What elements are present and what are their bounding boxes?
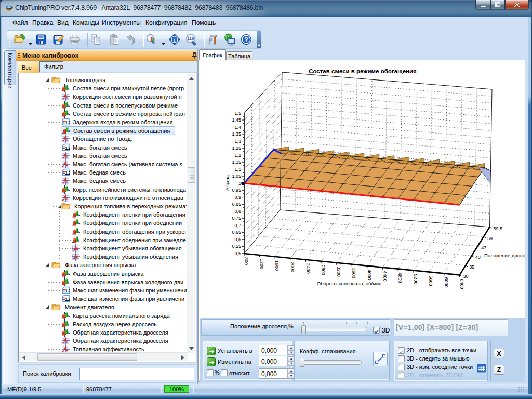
svg-text:2000: 2000 — [290, 262, 295, 272]
svg-text:1,4: 1,4 — [234, 125, 241, 130]
svg-text:47: 47 — [481, 245, 486, 250]
svg-text:4800: 4800 — [397, 273, 403, 283]
svg-text:5600: 5600 — [428, 276, 433, 286]
svg-text:1.2: 1.2 — [65, 288, 70, 294]
svg-text:59,5: 59,5 — [494, 226, 503, 231]
svg-text:1,2: 1,2 — [234, 153, 241, 158]
svg-text:1: 1 — [238, 181, 241, 186]
svg-text:i: i — [174, 37, 176, 43]
svg-text:3600: 3600 — [351, 268, 356, 278]
svg-text:1,3: 1,3 — [234, 139, 241, 144]
svg-text:?: ? — [244, 36, 248, 44]
svg-text:0,85: 0,85 — [232, 202, 241, 207]
svg-text:35: 35 — [469, 264, 474, 270]
svg-text:2400: 2400 — [305, 263, 311, 274]
svg-text:1600: 1600 — [274, 260, 280, 271]
svg-text:0,95: 0,95 — [232, 188, 241, 193]
svg-text:Обороты коленвала, об/мин: Обороты коленвала, об/мин — [317, 281, 381, 286]
svg-text:4000: 4000 — [367, 270, 372, 280]
svg-text:0,65: 0,65 — [232, 230, 241, 235]
svg-text:59: 59 — [487, 236, 493, 241]
svg-text:5200: 5200 — [413, 274, 418, 285]
svg-text:1,1: 1,1 — [234, 167, 241, 172]
svg-text:1,35: 1,35 — [232, 131, 241, 137]
svg-text:0,5: 0,5 — [234, 251, 241, 256]
svg-text:Альфа: Альфа — [224, 175, 230, 191]
svg-text:0,6: 0,6 — [234, 237, 241, 242]
svg-text:0,9: 0,9 — [234, 195, 241, 200]
svg-text:1.2: 1.2 — [65, 119, 70, 125]
svg-text:2800: 2800 — [321, 265, 326, 275]
svg-text:6400: 6400 — [459, 278, 464, 289]
svg-text:0,8: 0,8 — [234, 209, 241, 214]
svg-text:1,25: 1,25 — [232, 145, 241, 151]
svg-text:1,05: 1,05 — [232, 174, 241, 179]
svg-text:Состав смеси в режиме обогащен: Состав смеси в режиме обогащения — [309, 68, 417, 74]
svg-text:1.2: 1.2 — [65, 296, 70, 302]
svg-text:1200: 1200 — [259, 259, 264, 269]
svg-text:1.2: 1.2 — [65, 170, 70, 176]
svg-text:110: 110 — [188, 36, 194, 41]
svg-text:0,75: 0,75 — [232, 216, 241, 221]
svg-text:4400: 4400 — [382, 271, 388, 282]
svg-text:0,55: 0,55 — [232, 244, 241, 249]
svg-text:1.2: 1.2 — [65, 144, 70, 150]
svg-text:Положение дросс: Положение дросс — [484, 252, 525, 258]
svg-text:1,15: 1,15 — [232, 159, 241, 165]
svg-text:3200: 3200 — [336, 267, 341, 277]
svg-text:0,7: 0,7 — [234, 223, 241, 228]
svg-text:1,5: 1,5 — [234, 111, 241, 116]
svg-text:40: 40 — [475, 255, 481, 260]
svg-text:6000: 6000 — [444, 277, 449, 287]
svg-text:1,45: 1,45 — [232, 117, 241, 123]
svg-text:30: 30 — [463, 274, 469, 279]
svg-text:800: 800 — [244, 257, 249, 265]
